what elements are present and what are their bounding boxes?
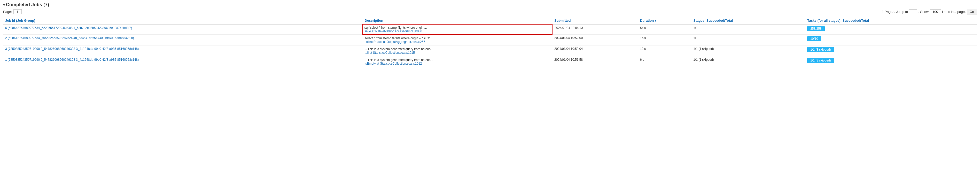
job-id-link[interactable]: 3 (785038524350719090 9_5478260982602493… <box>5 47 361 51</box>
description-link[interactable]: collectResult at OutputAggregator.scala:… <box>365 40 550 44</box>
tasks-badge: 1/1 (8 skipped) <box>807 47 834 52</box>
jobs-table: Job Id (Job Group) Description Submitted… <box>3 17 977 67</box>
table-header: Job Id (Job Group) Description Submitted… <box>3 17 977 24</box>
col-job-id: Job Id (Job Group) <box>3 17 363 24</box>
tasks-cell: 258/258 <box>805 24 977 34</box>
header-row: Job Id (Job Group) Description Submitted… <box>3 17 977 24</box>
page-number-input[interactable] <box>13 9 22 14</box>
col-description: Description <box>363 17 552 24</box>
description-cell: -- This is a system generated query from… <box>363 56 552 67</box>
duration-cell: 54 s <box>638 24 691 34</box>
duration-cell: 16 s <box>638 34 691 45</box>
title-text: Completed Jobs (7) <box>6 2 49 8</box>
job-id-cell: 3 (785038524350719090 9_5478260982602493… <box>3 45 363 56</box>
stages-cell: 1/1 (1 skipped) <box>691 56 805 67</box>
description-cell: sql('select * from sternp.flights where … <box>363 24 552 34</box>
col-submitted: Submitted <box>552 17 638 24</box>
description-link[interactable]: isEmpty at StatisticsCollection.scala:10… <box>365 62 550 65</box>
items-label: items in a page. <box>942 10 966 14</box>
tasks-badge: 258/258 <box>807 26 824 31</box>
submitted-cell: 2024/01/04 10:52:04 <box>552 45 638 56</box>
job-id-link[interactable]: 6 (598642754680077534_622855517299464008… <box>5 26 360 30</box>
page-nav-left: Page: <box>3 9 22 14</box>
job-id-cell: 6 (598642754680077534_622855517299464008… <box>3 24 363 34</box>
pagination-bar: Page: 1 Pages. Jump to . Show items in a… <box>3 9 977 14</box>
description-link[interactable]: save at NativeMethodAccessorImpl.java:0 <box>364 29 550 33</box>
table-body: 6 (598642754680077534_622855517299464008… <box>3 24 977 67</box>
col-duration[interactable]: Duration <box>638 17 691 24</box>
job-id-cell: 1 (785038524350719090 9_5478260982602493… <box>3 56 363 67</box>
jump-to-input[interactable] <box>909 9 917 14</box>
stages-cell: 1/1 (1 skipped) <box>691 45 805 56</box>
go-button[interactable]: Go <box>967 9 977 14</box>
pages-info-text: 1 Pages. Jump to <box>882 10 908 14</box>
tasks-cell: 1/1 (8 skipped) <box>805 45 977 56</box>
description-text: -- This is a system generated query from… <box>365 58 433 62</box>
page-title: ▾ Completed Jobs (7) <box>3 2 977 8</box>
tasks-cell: 1/1 (8 skipped) <box>805 56 977 67</box>
description-text: select * from sternp.flights where origi… <box>365 37 430 40</box>
collapse-triangle-icon[interactable]: ▾ <box>3 3 5 7</box>
page-label: Page: <box>3 10 12 14</box>
tasks-cell: 10/10 <box>805 34 977 45</box>
tasks-badge: 1/1 (8 skipped) <box>807 58 834 63</box>
table-row: 1 (785038524350719090 9_5478260982602493… <box>3 56 977 67</box>
submitted-cell: 2024/01/04 10:54:43 <box>552 24 638 34</box>
description-cell: select * from sternp.flights where origi… <box>363 34 552 45</box>
tasks-badge: 10/10 <box>807 36 821 41</box>
description-text: sql('select * from sternp.flights where … <box>364 26 427 29</box>
stages-cell: 1/1 <box>691 34 805 45</box>
job-id-cell: 2 (598642754680077534_755532563523287524… <box>3 34 363 45</box>
submitted-cell: 2024/01/04 10:52:00 <box>552 34 638 45</box>
col-stages: Stages: Succeeded/Total <box>691 17 805 24</box>
job-id-link[interactable]: 1 (785038524350719090 9_5478260982602493… <box>5 58 361 62</box>
submitted-cell: 2024/01/04 10:51:58 <box>552 56 638 67</box>
job-id-link[interactable]: 2 (598642754680077534_755532563523287524… <box>5 36 361 40</box>
duration-cell: 12 s <box>638 45 691 56</box>
stages-cell: 1/1 <box>691 24 805 34</box>
page-nav-right: 1 Pages. Jump to . Show items in a page.… <box>882 9 977 14</box>
col-tasks: Tasks (for all stages): Succeeded/Total <box>805 17 977 24</box>
table-row: 3 (785038524350719090 9_5478260982602493… <box>3 45 977 56</box>
description-text: -- This is a system generated query from… <box>365 47 433 51</box>
description-cell: -- This is a system generated query from… <box>363 45 552 56</box>
description-link[interactable]: tail at StatisticsCollection.scala:1015 <box>365 51 550 54</box>
duration-cell: 6 s <box>638 56 691 67</box>
table-row: 6 (598642754680077534_622855517299464008… <box>3 24 977 34</box>
table-row: 2 (598642754680077534_755532563523287524… <box>3 34 977 45</box>
show-label: . Show <box>918 10 929 14</box>
show-count-input[interactable] <box>930 9 941 14</box>
